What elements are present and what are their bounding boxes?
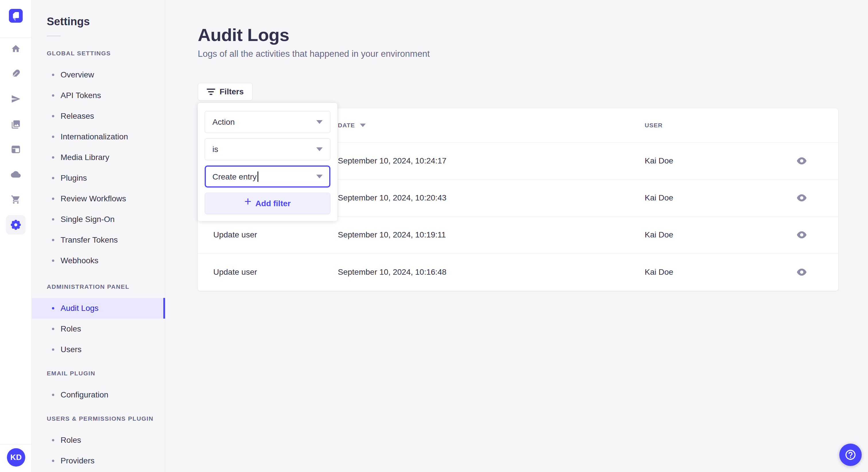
sidebar-item-label: Transfer Tokens xyxy=(61,235,118,245)
bullet-icon xyxy=(52,394,54,396)
chevron-down-icon xyxy=(316,120,322,124)
sidebar-item-up-providers[interactable]: Providers xyxy=(32,450,165,471)
cell-action: Update user xyxy=(213,230,257,239)
feather-icon[interactable] xyxy=(0,69,32,78)
sidebar-item-label: Media Library xyxy=(61,153,110,162)
filters-button-label: Filters xyxy=(220,87,244,96)
sidebar-item-configuration[interactable]: Configuration xyxy=(32,384,165,405)
sidebar-item-internationalization[interactable]: Internationalization xyxy=(32,127,165,147)
section-email-plugin: Configuration xyxy=(32,384,165,405)
bullet-icon xyxy=(52,115,54,117)
page-title: Audit Logs xyxy=(198,25,289,45)
view-details-eye-icon[interactable] xyxy=(793,231,811,239)
main-content: Audit Logs Logs of all the activities th… xyxy=(165,0,868,472)
layout-icon[interactable] xyxy=(0,144,32,154)
bullet-icon xyxy=(52,439,54,441)
column-header-date-label: DATE xyxy=(338,122,355,129)
settings-gear-icon[interactable] xyxy=(6,215,26,235)
cell-action: Update user xyxy=(213,268,257,277)
sidebar-item-single-sign-on[interactable]: Single Sign-On xyxy=(32,209,165,230)
sidebar-item-label: Roles xyxy=(61,436,81,445)
sidebar-item-admin-roles[interactable]: Roles xyxy=(32,318,165,339)
section-administration-panel: Audit Logs Roles Users xyxy=(32,298,165,360)
chevron-down-icon xyxy=(316,147,322,151)
cell-date: September 10, 2024, 10:19:11 xyxy=(338,230,446,239)
filter-icon xyxy=(207,89,215,95)
sidebar-item-label: Review Workflows xyxy=(61,194,126,203)
table-row: Update user September 10, 2024, 10:19:11… xyxy=(198,216,838,254)
cell-date: September 10, 2024, 10:16:48 xyxy=(338,268,446,277)
filters-button[interactable]: Filters xyxy=(198,83,253,101)
bullet-icon xyxy=(52,307,54,309)
sidebar-item-releases[interactable]: Releases xyxy=(32,106,165,127)
bullet-icon xyxy=(52,74,54,76)
filters-popup: Action is Create entry Add filter xyxy=(198,103,337,221)
strapi-logo-shape xyxy=(13,12,19,18)
sort-descending-icon xyxy=(360,124,366,127)
cell-user: Kai Doe xyxy=(645,268,673,277)
sidebar-item-label: Single Sign-On xyxy=(61,215,115,224)
bullet-icon xyxy=(52,198,54,200)
cart-icon[interactable] xyxy=(0,195,32,204)
add-filter-label: Add filter xyxy=(255,199,291,208)
paper-plane-icon[interactable] xyxy=(0,94,32,104)
sidebar-item-label: Overview xyxy=(61,70,94,79)
sidebar-item-media-library[interactable]: Media Library xyxy=(32,147,165,168)
sidebar-item-label: Audit Logs xyxy=(61,304,98,313)
section-label-global-settings: GLOBAL SETTINGS xyxy=(47,49,165,58)
avatar[interactable]: KD xyxy=(7,448,25,467)
strapi-logo[interactable] xyxy=(9,9,23,23)
cell-user: Kai Doe xyxy=(645,230,673,239)
bullet-icon xyxy=(52,260,54,262)
sidebar-item-webhooks[interactable]: Webhooks xyxy=(32,250,165,271)
view-details-eye-icon[interactable] xyxy=(793,158,811,165)
icon-rail: KD xyxy=(0,0,32,472)
filter-field-value: Action xyxy=(212,117,235,127)
cell-user: Kai Doe xyxy=(645,156,673,165)
home-icon[interactable] xyxy=(0,44,32,54)
bullet-icon xyxy=(52,328,54,330)
sidebar-item-label: Providers xyxy=(61,456,94,465)
column-header-user[interactable]: USER xyxy=(645,122,662,129)
section-label-users-permissions-plugin: USERS & PERMISSIONS PLUGIN xyxy=(47,414,165,423)
sidebar-divider xyxy=(47,36,61,36)
filter-operator-value: is xyxy=(212,145,218,154)
sidebar-item-api-tokens[interactable]: API Tokens xyxy=(32,85,165,106)
view-details-eye-icon[interactable] xyxy=(793,194,811,202)
bullet-icon xyxy=(52,239,54,241)
sidebar-item-admin-users[interactable]: Users xyxy=(32,339,165,360)
view-details-eye-icon[interactable] xyxy=(793,268,811,276)
bullet-icon xyxy=(52,177,54,179)
cell-date: September 10, 2024, 10:24:17 xyxy=(338,156,446,165)
sidebar-item-label: Internationalization xyxy=(61,132,128,141)
bullet-icon xyxy=(52,460,54,462)
sidebar-item-transfer-tokens[interactable]: Transfer Tokens xyxy=(32,230,165,250)
sidebar-item-label: Configuration xyxy=(61,390,108,400)
sidebar-item-overview[interactable]: Overview xyxy=(32,65,165,85)
filter-value-text: Create entry xyxy=(212,171,258,182)
section-global-settings: Overview API Tokens Releases Internation… xyxy=(32,65,165,271)
strapi-logo-triangle xyxy=(13,18,16,21)
filter-field-select[interactable]: Action xyxy=(205,111,330,133)
media-library-icon[interactable] xyxy=(0,120,32,129)
sidebar-item-review-workflows[interactable]: Review Workflows xyxy=(32,189,165,209)
sidebar-item-label: Users xyxy=(61,345,82,354)
bullet-icon xyxy=(52,94,54,97)
bullet-icon xyxy=(52,218,54,221)
sidebar-title: Settings xyxy=(47,15,165,28)
table-row: Update user September 10, 2024, 10:16:48… xyxy=(198,254,838,291)
rail-divider-top xyxy=(0,37,32,38)
plus-icon xyxy=(244,199,251,208)
help-button[interactable] xyxy=(839,444,862,466)
filter-operator-select[interactable]: is xyxy=(205,138,330,160)
add-filter-button[interactable]: Add filter xyxy=(205,193,330,214)
sidebar-item-up-roles[interactable]: Roles xyxy=(32,430,165,450)
cloud-icon[interactable] xyxy=(0,169,32,179)
sidebar-item-audit-logs[interactable]: Audit Logs xyxy=(32,298,165,318)
section-users-permissions-plugin: Roles Providers xyxy=(32,430,165,471)
sidebar-item-label: Plugins xyxy=(61,173,87,183)
column-header-date[interactable]: DATE xyxy=(338,122,366,129)
page-subtitle: Logs of all the activities that happened… xyxy=(198,49,430,59)
sidebar-item-plugins[interactable]: Plugins xyxy=(32,168,165,189)
filter-value-combobox[interactable]: Create entry xyxy=(205,165,330,188)
